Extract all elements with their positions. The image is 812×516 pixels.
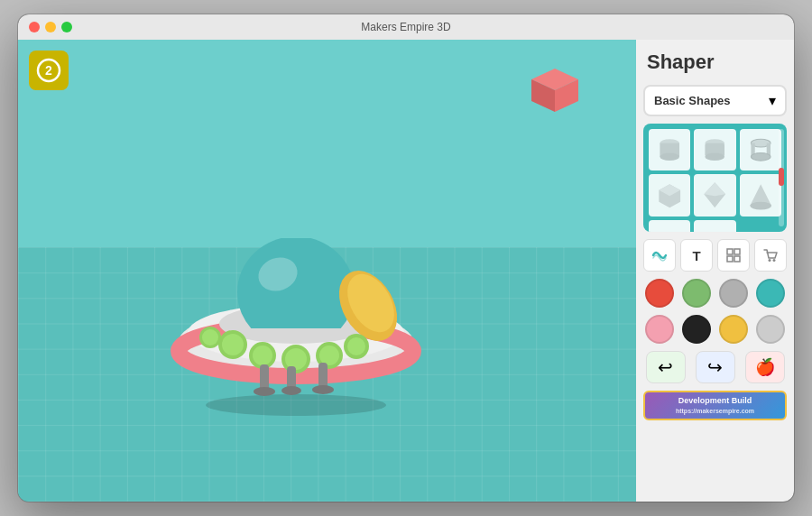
- svg-rect-33: [287, 366, 296, 389]
- minimize-button[interactable]: [45, 22, 56, 32]
- chevron-down-icon: ▾: [769, 92, 776, 109]
- dev-build-badge: Development Build https://makersempire.c…: [643, 391, 787, 420]
- window-title: Makers Empire 3D: [361, 21, 450, 33]
- toolbar-icons-row: T: [643, 239, 787, 272]
- titlebar: Makers Empire 3D: [18, 14, 794, 40]
- svg-point-24: [319, 346, 339, 365]
- shapes-dropdown[interactable]: Basic Shapes ▾: [643, 85, 787, 116]
- svg-point-28: [202, 329, 218, 346]
- svg-rect-31: [318, 363, 328, 388]
- svg-rect-56: [727, 256, 733, 262]
- action-row: ↩ ↪ 🍎: [643, 351, 787, 383]
- color-black[interactable]: [682, 315, 711, 344]
- shape-cylinder[interactable]: [649, 129, 690, 170]
- svg-rect-54: [727, 249, 733, 254]
- svg-point-59: [772, 259, 775, 262]
- color-yellow[interactable]: [719, 315, 748, 344]
- svg-point-20: [253, 346, 272, 365]
- svg-rect-57: [734, 256, 740, 262]
- undo-button[interactable]: ↩: [646, 351, 686, 383]
- maximize-button[interactable]: [61, 22, 72, 32]
- grid-tool[interactable]: [717, 239, 750, 272]
- scrollbar-track: [779, 129, 784, 226]
- svg-marker-48: [705, 182, 726, 196]
- dropdown-label: Basic Shapes: [654, 94, 731, 107]
- color-row-1: [643, 279, 787, 308]
- svg-point-50: [750, 202, 771, 210]
- svg-point-58: [768, 259, 770, 262]
- content-area: 2: [18, 40, 794, 502]
- svg-point-22: [285, 348, 307, 370]
- color-light-gray[interactable]: [756, 315, 785, 344]
- cart-tool[interactable]: [754, 239, 787, 272]
- dev-build-line1: Development Build: [651, 396, 780, 407]
- delete-button[interactable]: 🍎: [745, 351, 785, 383]
- shape-half-sphere[interactable]: [694, 220, 735, 232]
- color-row-2: [643, 315, 787, 344]
- svg-point-37: [660, 152, 679, 161]
- sidebar: Shaper Basic Shapes ▾: [636, 40, 794, 502]
- shaper-title: Shaper: [643, 51, 787, 78]
- logo-badge: 2: [29, 51, 69, 90]
- svg-point-32: [312, 385, 334, 394]
- shape-wedge[interactable]: [649, 220, 690, 232]
- color-pink[interactable]: [645, 315, 674, 344]
- traffic-lights: [29, 22, 72, 32]
- shape-round-cylinder[interactable]: [694, 129, 735, 170]
- shapes-grid: [649, 129, 781, 232]
- dev-build-line2: https://makersempire.com: [651, 407, 780, 415]
- svg-point-30: [254, 387, 275, 396]
- spaceship: [129, 166, 490, 419]
- redo-button[interactable]: ↪: [696, 351, 735, 383]
- scrollbar-thumb[interactable]: [779, 168, 784, 186]
- app-window: Makers Empire 3D 2: [18, 14, 794, 502]
- svg-text:2: 2: [45, 63, 52, 78]
- svg-rect-55: [734, 249, 740, 254]
- floating-cube: [528, 67, 582, 116]
- text-tool[interactable]: T: [680, 239, 713, 272]
- svg-point-34: [281, 386, 301, 395]
- svg-point-26: [347, 337, 365, 355]
- color-silver[interactable]: [719, 279, 748, 308]
- svg-point-7: [206, 394, 386, 416]
- shapes-grid-container: [643, 124, 787, 232]
- color-red[interactable]: [645, 279, 674, 308]
- color-green[interactable]: [682, 279, 711, 308]
- shape-diamond[interactable]: [694, 174, 735, 216]
- svg-rect-29: [260, 364, 269, 390]
- viewport[interactable]: 2: [18, 40, 636, 502]
- color-teal[interactable]: [756, 279, 785, 308]
- wave-tool[interactable]: [643, 239, 676, 272]
- svg-point-18: [222, 334, 244, 355]
- shape-cone[interactable]: [740, 174, 781, 216]
- svg-point-44: [751, 152, 770, 161]
- shape-ring[interactable]: [740, 129, 781, 170]
- svg-point-40: [706, 152, 725, 161]
- shape-box[interactable]: [649, 174, 690, 216]
- close-button[interactable]: [29, 22, 40, 32]
